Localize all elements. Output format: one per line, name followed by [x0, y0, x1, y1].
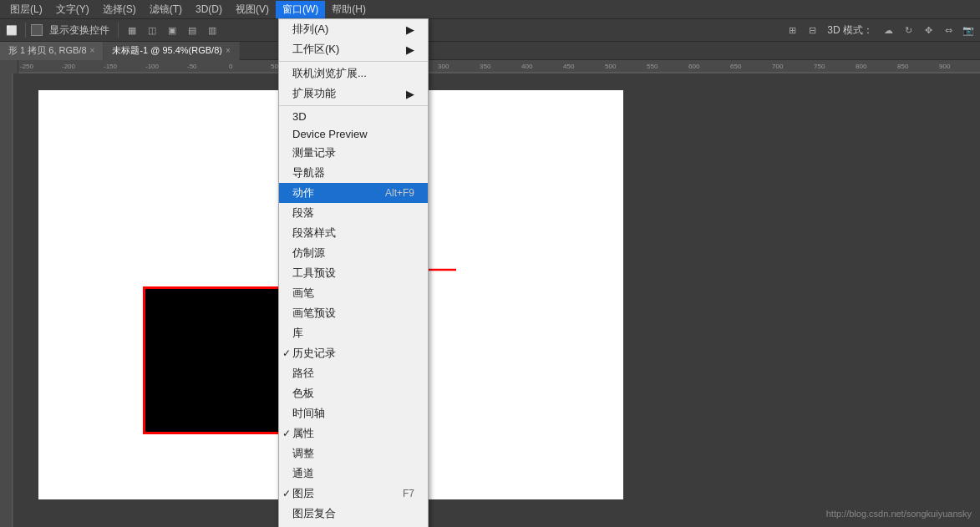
menu-bar: 图层(L) 文字(Y) 选择(S) 滤镜(T) 3D(D) 视图(V) 窗口(W… — [0, 0, 980, 18]
tab-shape-label: 形 1 拷贝 6, RGB/8 — [8, 44, 87, 57]
menu-channels-label: 通道 — [292, 466, 314, 481]
menu-properties-label: 属性 — [292, 426, 314, 441]
menu-layers[interactable]: ✓ 图层 F7 — [279, 484, 428, 504]
menu-browse-ext-label: 联机浏览扩展... — [292, 66, 367, 81]
menu-paragraph-style[interactable]: 段落样式 — [279, 223, 428, 243]
svg-text:350: 350 — [480, 63, 491, 70]
menu-select[interactable]: 选择(S) — [96, 1, 143, 18]
toolbar-icon-1[interactable]: ⬜ — [3, 22, 20, 38]
toolbar-sep-2 — [118, 23, 119, 38]
svg-text:850: 850 — [897, 63, 909, 70]
toolbar-icon-7[interactable]: ⊞ — [784, 22, 800, 38]
tab-untitled-close[interactable]: × — [226, 46, 231, 55]
menu-measure[interactable]: 测量记录 — [279, 143, 428, 163]
menu-arrange[interactable]: 排列(A) ▶ — [279, 19, 428, 39]
svg-text:-200: -200 — [62, 63, 76, 70]
tab-bar: 形 1 拷贝 6, RGB/8 × 未标题-1 @ 95.4%(RGB/8) × — [0, 42, 980, 60]
menu-layer-comps-label: 图层复合 — [292, 506, 336, 521]
menu-help[interactable]: 帮助(H) — [325, 1, 373, 18]
menu-history[interactable]: ✓ 历史记录 — [279, 343, 428, 363]
menu-history-label: 历史记录 — [292, 346, 336, 361]
menu-actions-label: 动作 — [292, 185, 314, 200]
menu-actions[interactable]: 动作 Alt+F9 — [279, 183, 428, 203]
menu-view[interactable]: 视图(V) — [229, 1, 276, 18]
menu-text[interactable]: 文字(Y) — [49, 1, 96, 18]
extensions-arrow-icon: ▶ — [406, 88, 414, 100]
svg-text:-50: -50 — [187, 63, 197, 70]
tab-shape[interactable]: 形 1 拷贝 6, RGB/8 × — [0, 42, 104, 60]
menu-tool-preset[interactable]: 工具预设 — [279, 263, 428, 283]
main-layout: http://blog.csdn.net/songkuiyuansky — [0, 73, 980, 527]
svg-text:500: 500 — [605, 63, 617, 70]
menu-3d[interactable]: 3D — [279, 108, 428, 125]
svg-text:750: 750 — [814, 63, 825, 70]
menu-device-preview-label: Device Preview — [292, 128, 368, 140]
canvas-area: http://blog.csdn.net/songkuiyuansky — [13, 73, 980, 527]
menu-browse-ext[interactable]: 联机浏览扩展... — [279, 63, 428, 84]
menu-swatches[interactable]: 色板 — [279, 383, 428, 403]
menu-brush-label: 画笔 — [292, 286, 314, 301]
menu-tool-preset-label: 工具预设 — [292, 266, 336, 281]
toolbar-icon-4[interactable]: ▣ — [164, 22, 180, 38]
toolbar-icon-5[interactable]: ▤ — [184, 22, 201, 38]
menu-paragraph[interactable]: 段落 — [279, 203, 428, 223]
menu-properties[interactable]: ✓ 属性 — [279, 423, 428, 443]
menu-library-label: 库 — [292, 326, 303, 341]
svg-text:400: 400 — [521, 63, 533, 70]
toolbar-icon-3[interactable]: ◫ — [144, 22, 160, 38]
menu-3d-label: 3D — [292, 110, 307, 123]
svg-text:450: 450 — [563, 63, 575, 70]
menu-extensions-label: 扩展功能 — [292, 86, 336, 101]
menu-navigator-label: 导航器 — [292, 165, 325, 180]
menu-swatches-label: 色板 — [292, 386, 314, 401]
menu-brush-preset[interactable]: 画笔预设 — [279, 303, 428, 323]
workspace-arrow-icon: ▶ — [406, 43, 414, 56]
menu-clone-source[interactable]: 仿制源 — [279, 243, 428, 263]
window-dropdown-menu: 排列(A) ▶ 工作区(K) ▶ 联机浏览扩展... 扩展功能 ▶ 3D Dev… — [278, 18, 429, 527]
menu-3d[interactable]: 3D(D) — [189, 2, 229, 17]
tab-shape-close[interactable]: × — [90, 46, 95, 55]
toolbar-icon-pan[interactable]: ⇔ — [940, 22, 957, 38]
properties-check-icon: ✓ — [282, 428, 291, 439]
toolbar-icon-6[interactable]: ▥ — [204, 22, 221, 38]
arrange-arrow-icon: ▶ — [406, 23, 414, 36]
menu-paragraph-label: 段落 — [292, 205, 314, 220]
toolbar-icon-rotate[interactable]: ↻ — [900, 22, 917, 38]
menu-device-preview[interactable]: Device Preview — [279, 125, 428, 143]
history-check-icon: ✓ — [282, 347, 291, 359]
menu-navigator[interactable]: 导航器 — [279, 163, 428, 183]
menu-brush[interactable]: 画笔 — [279, 283, 428, 303]
svg-text:300: 300 — [438, 63, 449, 70]
menu-filter[interactable]: 滤镜(T) — [143, 1, 189, 18]
menu-workspace-label: 工作区(K) — [292, 42, 339, 57]
menu-timeline-label: 时间轴 — [292, 406, 325, 421]
menu-adjustments-label: 调整 — [292, 446, 314, 461]
menu-timeline[interactable]: 时间轴 — [279, 403, 428, 423]
menu-layer-comps[interactable]: 图层复合 — [279, 504, 428, 524]
toolbar-icon-move[interactable]: ✥ — [920, 22, 937, 38]
menu-arrange-label: 排列(A) — [292, 22, 328, 37]
toolbar-checkbox[interactable] — [31, 24, 43, 36]
menu-window[interactable]: 窗口(W) — [276, 1, 325, 18]
toolbar-icon-8[interactable]: ⊟ — [804, 22, 820, 38]
svg-text:900: 900 — [939, 63, 951, 70]
svg-text:-100: -100 — [145, 63, 160, 70]
toolbar-icon-2[interactable]: ▦ — [124, 22, 140, 38]
menu-paths[interactable]: 路径 — [279, 363, 428, 383]
svg-text:-150: -150 — [104, 63, 118, 70]
menu-workspace[interactable]: 工作区(K) ▶ — [279, 39, 428, 59]
toolbar-icon-cloud[interactable]: ☁ — [880, 22, 896, 38]
menu-adjustments[interactable]: 调整 — [279, 443, 428, 464]
menu-channels[interactable]: 通道 — [279, 464, 428, 484]
menu-layer[interactable]: 图层(L) — [3, 1, 49, 18]
menu-brush-preset-label: 画笔预设 — [292, 306, 336, 321]
menu-info[interactable]: 信息 F8 — [279, 524, 428, 527]
menu-library[interactable]: 库 — [279, 323, 428, 343]
ruler-horizontal: -250 -200 -150 -100 -50 0 50 250 300 350… — [18, 60, 980, 73]
menu-extensions[interactable]: 扩展功能 ▶ — [279, 84, 428, 104]
toolbar-icon-camera[interactable]: 📷 — [960, 22, 977, 38]
tab-untitled[interactable]: 未标题-1 @ 95.4%(RGB/8) × — [104, 42, 239, 60]
transform-control-label: 显示变换控件 — [46, 23, 113, 38]
svg-text:650: 650 — [730, 63, 742, 70]
menu-layers-shortcut: F7 — [403, 488, 414, 499]
